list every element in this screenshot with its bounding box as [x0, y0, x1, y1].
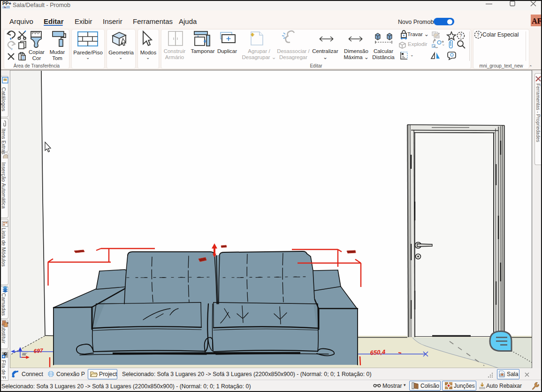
svg-text:?: ?: [477, 32, 480, 38]
svg-text:650,4: 650,4: [370, 348, 386, 356]
svg-text:?: ?: [459, 33, 462, 38]
svg-text:PP+: PP+: [2, 1, 11, 6]
svg-text:697: 697: [33, 347, 44, 354]
